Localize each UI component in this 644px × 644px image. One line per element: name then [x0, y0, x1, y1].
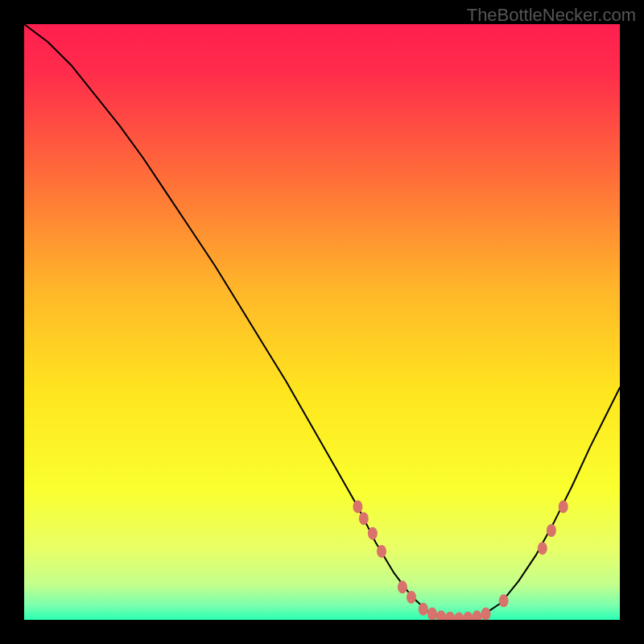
data-marker: [436, 610, 446, 623]
chart-container: TheBottleNecker.com: [0, 0, 644, 644]
data-marker: [407, 591, 416, 604]
data-marker: [419, 603, 428, 616]
data-marker: [398, 580, 407, 593]
data-marker: [353, 500, 362, 513]
data-marker: [481, 608, 491, 621]
bottleneck-chart: [0, 0, 644, 644]
data-marker: [445, 612, 455, 625]
watermark-text: TheBottleNecker.com: [467, 5, 636, 26]
data-marker: [368, 527, 378, 540]
data-marker: [427, 608, 437, 621]
data-marker: [472, 610, 481, 623]
data-marker: [547, 524, 556, 537]
gradient-background: [24, 24, 620, 620]
data-marker: [463, 612, 473, 625]
data-marker: [454, 613, 464, 625]
data-marker: [559, 500, 568, 513]
data-marker: [359, 512, 369, 525]
data-marker: [377, 545, 386, 558]
data-marker: [538, 542, 547, 555]
data-marker: [499, 594, 509, 607]
